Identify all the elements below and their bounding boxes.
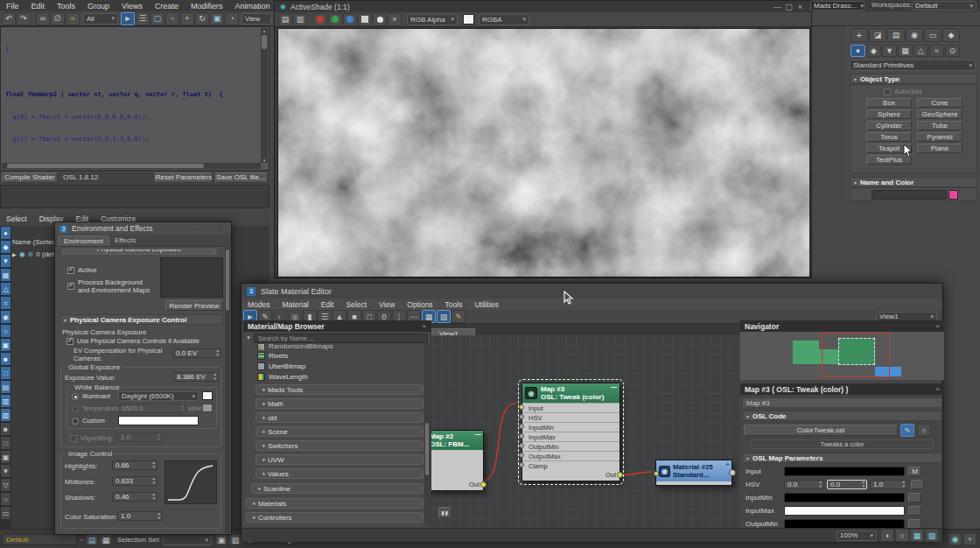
zoom-extents-icon[interactable]: ▧ [925, 529, 939, 542]
hsv-map-button[interactable] [911, 480, 924, 489]
name-color-rollout[interactable]: Name and Color [850, 177, 977, 187]
blue-channel-icon[interactable] [343, 13, 357, 26]
ev-compensation-spinner[interactable]: 0.0 EV▲▼ [172, 348, 221, 358]
channel-display-dropdown[interactable]: RGB Alpha▾ [407, 14, 458, 25]
pan-hand-icon[interactable]: ◖ [880, 529, 894, 542]
nav-view-rect[interactable] [822, 333, 890, 377]
outputmin-color-swatch[interactable] [784, 519, 905, 528]
map3-out-socket[interactable] [617, 472, 623, 478]
selection-lock-icon[interactable]: ▦ [100, 534, 112, 545]
search-dropdown-icon[interactable]: ▼ [246, 335, 251, 341]
select-by-name-icon[interactable]: ☰ [136, 12, 150, 25]
filter-extra-icon[interactable]: ▭ [0, 506, 11, 520]
params-header[interactable]: Map #3 ( OSL: Tweak (color) ) × [740, 383, 944, 395]
close-icon[interactable]: × [422, 322, 426, 330]
filter-groups-icon[interactable]: ■ [0, 352, 11, 366]
tab-hierarchy-icon[interactable]: ▤ [887, 28, 905, 42]
illuminant-row[interactable]: Illuminant [72, 392, 110, 400]
node-view-canvas[interactable]: Map #2 OSL: FBM... — Out ◉ Map #3 OSL: T… [431, 335, 740, 528]
env-titlebar[interactable]: 3 Environment and Effects — ▢ × [55, 222, 231, 235]
object-color-swatch[interactable] [948, 190, 958, 200]
group-scanline[interactable]: + Scanline [251, 483, 424, 494]
rotate-icon[interactable]: ↻ [195, 12, 209, 25]
workspace-dropdown[interactable]: Default▾ [912, 1, 976, 11]
reset-parameters-button[interactable]: Reset Parameters [155, 172, 213, 183]
illuminant-dropdown[interactable]: Daylight (6500K)▾ [118, 391, 199, 401]
tab-motion-icon[interactable]: ◉ [906, 28, 923, 42]
autogrid-row[interactable]: AutoGrid [884, 88, 922, 95]
map-item-uberbitmap[interactable]: UberBitmap [245, 361, 425, 371]
subtab-helpers-icon[interactable]: △ [914, 45, 928, 57]
close-icon[interactable]: × [916, 287, 937, 296]
collapse-icon[interactable]: — [611, 383, 617, 390]
inputmax-map-button[interactable] [908, 506, 921, 516]
highlights-spinner[interactable]: 0.66▲▼ [112, 460, 158, 470]
filter-extra-icon[interactable]: ■ [0, 422, 11, 436]
filter-extra-icon[interactable]: □ [0, 436, 11, 450]
explorer-menu-select[interactable]: Select [0, 214, 33, 223]
close-icon[interactable]: × [215, 224, 227, 233]
illuminant-swatch[interactable] [202, 391, 213, 400]
group-uvw[interactable]: + UVW [256, 454, 424, 465]
format-dropdown[interactable]: RGBA▾ [479, 14, 529, 25]
input-map-button[interactable]: M [908, 467, 921, 476]
osl-map-params-rollout[interactable]: OSL Map Parameters [742, 453, 942, 463]
filter-materials-icon[interactable]: ▤ [0, 380, 11, 394]
saturation-spinner[interactable]: 1.0▲▼ [117, 511, 163, 521]
slate-menu-material[interactable]: Material [276, 300, 315, 309]
material25-input-socket[interactable] [654, 471, 659, 476]
filter-particles-icon[interactable]: ◉ [0, 310, 11, 324]
edit-named-selection-icon[interactable]: ▨ [229, 534, 242, 545]
maximize-icon[interactable]: ▢ [895, 287, 916, 296]
angle-snap-icon[interactable]: ◔ [225, 12, 239, 25]
activeshade-render-view[interactable] [277, 28, 810, 278]
tube-button[interactable]: Tube [917, 121, 962, 130]
vignetting-row[interactable]: Vignetting: [70, 434, 114, 442]
map-item-clipped[interactable]: RandomizedBitmaps [245, 344, 425, 350]
osl-file-button[interactable]: ColorTweak.osl [744, 425, 898, 436]
slate-menu-view[interactable]: View [373, 300, 401, 309]
subtab-spacewarps-icon[interactable]: ≈ [929, 45, 944, 57]
slate-titlebar[interactable]: 3 Slate Material Editor — ▢ × [242, 284, 942, 299]
tab-display-icon[interactable]: ▭ [924, 28, 942, 42]
menu-animation[interactable]: Animation [228, 2, 276, 11]
material25-node[interactable]: ◉ Material #25 Standard... + [655, 460, 732, 486]
custom-radio[interactable] [72, 418, 79, 425]
object-type-rollout[interactable]: Object Type [850, 74, 977, 84]
monochrome-channel-icon[interactable] [373, 13, 387, 26]
custom-color-swatch[interactable] [118, 416, 199, 425]
navigator-header[interactable]: Navigator × [740, 320, 944, 332]
pan-binoculars-icon[interactable]: ▮▮ [438, 507, 452, 518]
unlink-icon[interactable]: ∅ [51, 12, 65, 25]
osl-code-editor[interactable]: } float fbmWarp2 ( vector st, vector q, … [0, 26, 270, 171]
tab-create-icon[interactable]: + [850, 28, 868, 42]
map3-slot-hsv[interactable]: HSV [522, 412, 620, 422]
group-mads-tools[interactable]: + Mads Tools [256, 384, 424, 395]
group-controllers[interactable]: + Controllers [246, 512, 424, 523]
zoom-region-icon[interactable]: ▦ [910, 529, 924, 542]
subtab-shapes-icon[interactable]: ◆ [866, 45, 881, 57]
minimize-icon[interactable]: — [874, 287, 895, 296]
subtab-cameras-icon[interactable]: ▦ [898, 45, 913, 57]
map2-out-socket[interactable] [480, 481, 486, 488]
close-icon[interactable]: × [935, 322, 940, 330]
group-values[interactable]: + Values [256, 468, 424, 479]
filter-spacewarps-icon[interactable]: ≈ [0, 296, 11, 310]
temperature-row[interactable]: Temperature [72, 404, 119, 412]
category-dropdown[interactable]: Standard Primitives▾ [850, 60, 976, 71]
process-row[interactable]: Process Backgroundand Environment Maps [67, 278, 150, 294]
menu-group[interactable]: Group [81, 2, 116, 11]
group-old[interactable]: + old [256, 412, 424, 423]
code-vscrollbar[interactable]: ▴ ▾ [261, 28, 268, 163]
filter-shapes-icon[interactable]: ◆ [0, 240, 11, 254]
osl-code-text[interactable]: } float fbmWarp2 ( vector st, vector q, … [5, 31, 257, 164]
zoom-tool-icon[interactable]: ○ [895, 529, 909, 542]
subtab-systems-icon[interactable]: ⊙ [945, 45, 960, 57]
active-row[interactable]: Active [67, 266, 97, 274]
use-controls-row[interactable]: Use Physical Camera Controls if Availabl… [66, 337, 200, 345]
shadows-spinner[interactable]: 0.46▲▼ [112, 492, 158, 502]
filter-extra-icon[interactable]: ▼ [0, 464, 11, 478]
material25-preview-icon[interactable]: ◉ [659, 466, 670, 477]
map3-preview-icon[interactable]: ◉ [525, 387, 537, 399]
slate-menu-tools[interactable]: Tools [439, 300, 469, 309]
